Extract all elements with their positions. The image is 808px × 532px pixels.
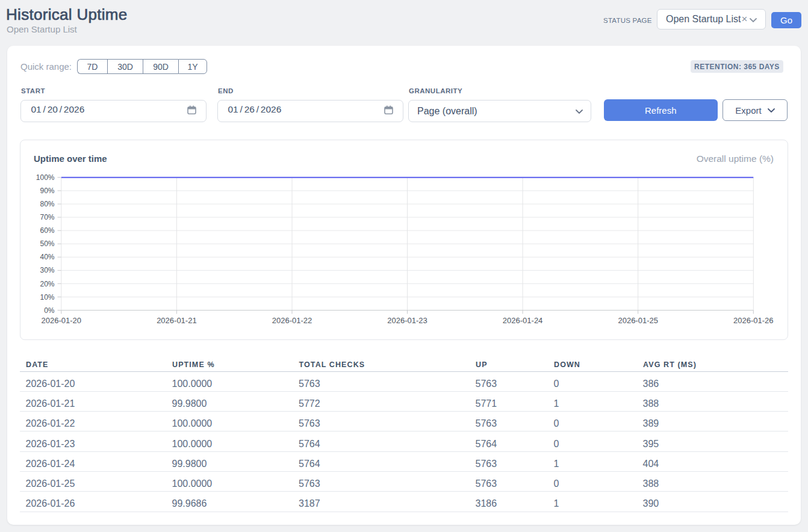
svg-text:70%: 70% xyxy=(40,213,54,221)
svg-text:50%: 50% xyxy=(40,240,54,248)
svg-text:2026-01-20: 2026-01-20 xyxy=(42,316,82,325)
svg-text:80%: 80% xyxy=(40,200,54,208)
svg-text:60%: 60% xyxy=(40,226,54,235)
svg-text:2026-01-24: 2026-01-24 xyxy=(503,316,543,325)
svg-text:2026-01-26: 2026-01-26 xyxy=(733,316,774,325)
svg-text:2026-01-21: 2026-01-21 xyxy=(157,316,197,325)
svg-text:30%: 30% xyxy=(40,266,54,274)
svg-text:2026-01-25: 2026-01-25 xyxy=(618,316,658,325)
svg-text:100%: 100% xyxy=(36,173,55,182)
svg-text:10%: 10% xyxy=(40,293,54,302)
svg-text:2026-01-22: 2026-01-22 xyxy=(272,316,312,325)
svg-text:20%: 20% xyxy=(40,280,54,288)
svg-text:40%: 40% xyxy=(40,253,54,261)
svg-text:90%: 90% xyxy=(40,187,54,195)
svg-text:0%: 0% xyxy=(44,306,55,315)
svg-text:2026-01-23: 2026-01-23 xyxy=(387,316,427,325)
